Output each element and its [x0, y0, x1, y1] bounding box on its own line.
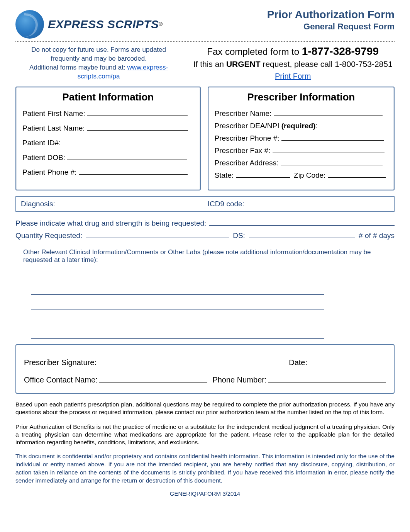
footer-confidentiality: This document is confidential and/or pro…: [15, 452, 395, 485]
diagnosis-row: Diagnosis: ICD9 code:: [15, 196, 395, 212]
urgent-word: URGENT: [226, 59, 261, 68]
patient-info-box: Patient Information Patient First Name: …: [15, 87, 201, 190]
prescriber-state-input[interactable]: [236, 170, 290, 178]
office-contact-input[interactable]: [99, 382, 207, 382]
patient-first-name-label: Patient First Name:: [22, 109, 85, 117]
prescriber-heading: Prescriber Information: [215, 91, 388, 103]
prescriber-phone-field[interactable]: Prescriber Phone #:: [215, 133, 388, 143]
brand-text: EXPRESS SCRIPTS: [48, 18, 159, 31]
office-contact-label: Office Contact Name:: [24, 376, 98, 384]
prescriber-state-zip-row: State: Zip Code:: [215, 170, 388, 180]
patient-dob-label: Patient DOB:: [22, 153, 65, 161]
patient-last-name-input[interactable]: [87, 123, 188, 131]
prescriber-zip-label: Zip Code:: [294, 171, 325, 179]
brand-logo: EXPRESS SCRIPTS®: [15, 10, 163, 39]
office-phone-input[interactable]: [268, 382, 386, 382]
clinical-line[interactable]: [31, 298, 324, 309]
patient-first-name-input[interactable]: [87, 109, 188, 116]
fax-number: 1-877-328-9799: [302, 45, 379, 57]
patient-id-field[interactable]: Patient ID#:: [22, 138, 194, 147]
signature-label: Prescriber Signature:: [24, 358, 97, 367]
prescriber-state-label: State:: [215, 171, 234, 179]
fax-prefix: Fax completed form to: [207, 46, 302, 57]
patient-id-input[interactable]: [63, 138, 186, 145]
instructions-row: Do not copy for future use. Forms are up…: [15, 44, 395, 83]
patient-phone-field[interactable]: Patient Phone #:: [22, 167, 194, 177]
signature-box: Prescriber Signature: Date: Office Conta…: [15, 344, 395, 394]
clinical-line[interactable]: [31, 283, 324, 295]
patient-phone-label: Patient Phone #:: [22, 168, 77, 176]
prescriber-phone-input[interactable]: [281, 133, 384, 141]
date-label: Date:: [289, 358, 307, 367]
prescriber-name-input[interactable]: [274, 109, 383, 116]
form-id: GENERIQPAFORM 3/2014: [15, 490, 395, 497]
patient-phone-input[interactable]: [79, 167, 188, 175]
drug-request-input[interactable]: [209, 225, 395, 226]
prescriber-fax-label: Prescriber Fax #:: [215, 146, 271, 155]
patient-dob-field[interactable]: Patient DOB:: [22, 153, 194, 162]
page-header: EXPRESS SCRIPTS® Prior Authorization For…: [15, 8, 395, 39]
info-boxes-row: Patient Information Patient First Name: …: [15, 87, 395, 190]
prescriber-fax-field[interactable]: Prescriber Fax #:: [215, 146, 388, 155]
patient-dob-input[interactable]: [67, 153, 187, 160]
drug-request-label: Please indicate what drug and strength i…: [15, 219, 206, 228]
prescriber-address-field[interactable]: Prescriber Address:: [215, 158, 388, 167]
patient-last-name-label: Patient Last Name:: [22, 124, 85, 132]
form-title-sub: General Request Form: [267, 21, 395, 32]
quantity-row: Quantity Requested: DS: # of # days: [15, 231, 395, 240]
clinical-info-label: Other Relevant Clinical Information/Comm…: [15, 248, 395, 264]
drug-request-row: Please indicate what drug and strength i…: [15, 219, 395, 228]
clinical-info-lines: [31, 269, 395, 339]
clinical-line[interactable]: [31, 327, 324, 339]
prescriber-zip-input[interactable]: [328, 170, 386, 178]
prescriber-address-label: Prescriber Address:: [215, 159, 279, 167]
prescriber-dea-field[interactable]: Prescriber DEA/NPI (required):: [215, 121, 388, 130]
fax-line: Fax completed form to 1-877-328-9799: [191, 44, 395, 59]
clinical-line[interactable]: [31, 313, 324, 324]
icd-label: ICD9 code:: [208, 200, 244, 208]
prescriber-dea-label-prefix: Prescriber DEA/NPI: [215, 122, 281, 130]
prescriber-name-label: Prescriber Name:: [215, 109, 272, 117]
office-contact-row: Office Contact Name: Phone Number:: [24, 376, 386, 384]
left-note-line1: Do not copy for future use. Forms are up…: [19, 46, 179, 63]
left-note-prefix: Additional forms maybe found at:: [29, 64, 125, 71]
print-form-link[interactable]: Print Form: [275, 72, 311, 80]
icd-input[interactable]: [252, 200, 389, 208]
quantity-label: Quantity Requested:: [15, 231, 82, 240]
prescriber-info-box: Prescriber Information Prescriber Name: …: [208, 87, 395, 190]
ds-input[interactable]: [249, 238, 355, 238]
prescriber-phone-label: Prescriber Phone #:: [215, 134, 280, 142]
ds-label: DS:: [233, 231, 245, 240]
quantity-input[interactable]: [86, 238, 229, 238]
clinical-line[interactable]: [31, 269, 324, 280]
logo-mark-icon: [15, 10, 44, 39]
patient-last-name-field[interactable]: Patient Last Name:: [22, 123, 194, 133]
days-label: # of # days: [359, 231, 395, 240]
prescriber-address-input[interactable]: [281, 158, 383, 165]
left-note-line2: Additional forms maybe found at: www.exp…: [19, 63, 179, 81]
signature-row: Prescriber Signature: Date:: [24, 358, 386, 367]
brand-name: EXPRESS SCRIPTS®: [48, 18, 163, 31]
diagnosis-label: Diagnosis:: [21, 200, 55, 208]
signature-input[interactable]: [98, 365, 287, 365]
prescriber-dea-required: (required): [281, 122, 316, 130]
office-phone-label: Phone Number:: [212, 376, 266, 384]
registered-icon: ®: [159, 21, 163, 27]
right-note: Fax completed form to 1-877-328-9799 If …: [191, 44, 395, 82]
left-note: Do not copy for future use. Forms are up…: [15, 44, 182, 83]
date-input[interactable]: [309, 365, 386, 365]
form-titles: Prior Authorization Form General Request…: [267, 8, 395, 32]
prescriber-dea-input[interactable]: [320, 121, 388, 128]
prescriber-name-field[interactable]: Prescriber Name:: [215, 109, 388, 118]
patient-first-name-field[interactable]: Patient First Name:: [22, 109, 194, 118]
urgent-prefix: If this an: [193, 59, 226, 68]
divider: [15, 41, 395, 42]
form-title-main: Prior Authorization Form: [267, 8, 395, 21]
patient-heading: Patient Information: [22, 91, 194, 103]
prescriber-dea-colon: :: [315, 122, 317, 130]
diagnosis-input[interactable]: [63, 200, 200, 208]
urgent-line: If this an URGENT request, please call 1…: [191, 59, 395, 70]
footer-paragraph-2: Prior Authorization of Benefits is not t…: [15, 423, 395, 446]
prescriber-fax-input[interactable]: [273, 146, 385, 153]
urgent-suffix: request, please call 1-800-753-2851: [261, 59, 393, 68]
